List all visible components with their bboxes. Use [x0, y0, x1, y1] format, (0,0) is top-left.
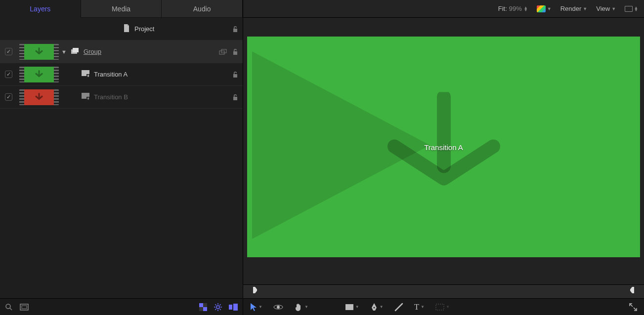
group-label: Group [84, 48, 101, 55]
in-point-marker-icon[interactable] [252, 287, 258, 296]
svg-point-8 [6, 304, 10, 309]
tab-media[interactable]: Media [81, 0, 162, 18]
rectangle-tool[interactable]: ▼ [345, 304, 359, 311]
frame-icon[interactable] [20, 304, 29, 311]
checker-icon[interactable] [199, 303, 207, 311]
select-tool[interactable]: ▼ [250, 303, 262, 312]
layer-thumbnail[interactable] [19, 89, 59, 105]
placeholder-icon [81, 92, 90, 102]
arrow-down-icon [34, 69, 44, 79]
timeline-strip[interactable] [243, 284, 644, 298]
group-thumbnail[interactable] [19, 44, 59, 60]
chevron-down-icon: ▼ [258, 305, 262, 309]
svg-rect-29 [345, 304, 353, 310]
layers-list: Project ✓ ▼ [0, 18, 243, 298]
canvas[interactable]: Transition A [247, 37, 640, 257]
hand-tool[interactable]: ▼ [294, 303, 308, 312]
lock-icon[interactable] [232, 71, 239, 79]
svg-line-32 [630, 304, 633, 307]
stepper-icon[interactable]: ▲▼ [524, 6, 528, 11]
search-icon[interactable] [5, 303, 13, 311]
chevron-down-icon: ▼ [304, 305, 308, 309]
svg-line-20 [215, 304, 216, 305]
pen-tool[interactable]: ▼ [370, 303, 384, 312]
render-dropdown[interactable]: Render ▼ [560, 5, 588, 12]
svg-point-27 [277, 306, 280, 309]
svg-point-15 [216, 306, 219, 309]
chevron-down-icon: ▼ [380, 305, 384, 309]
layer-thumbnail[interactable] [19, 67, 59, 82]
view-dropdown[interactable]: View ▼ [596, 5, 616, 12]
mask-tool[interactable]: ▼ [435, 304, 450, 311]
arrow-down-icon [34, 46, 44, 57]
svg-rect-25 [233, 304, 238, 311]
brush-tool[interactable] [394, 303, 403, 312]
visibility-checkbox[interactable]: ✓ [5, 93, 12, 101]
chevron-down-icon: ▼ [355, 305, 359, 309]
svg-line-22 [215, 309, 216, 310]
svg-rect-13 [199, 303, 203, 307]
zoom-control[interactable]: Fit: 99% ▲▼ [498, 5, 528, 12]
sidebar-tabs: Layers Media Audio [0, 0, 243, 18]
out-point-marker-icon[interactable] [629, 287, 635, 296]
svg-line-33 [634, 308, 636, 310]
lock-icon[interactable] [232, 93, 239, 101]
chevron-down-icon: ▼ [421, 305, 425, 309]
canvas-toolbar: Fit: 99% ▲▼ ▼ Render ▼ View ▼ ▲▼ [243, 0, 644, 18]
chevron-down-icon: ▼ [547, 6, 552, 11]
layer-label: Transition B [94, 93, 128, 101]
disclosure-triangle-icon[interactable]: ▼ [61, 49, 67, 55]
view-label: View [596, 5, 610, 12]
fit-value: 99% [509, 5, 522, 12]
tab-layers[interactable]: Layers [0, 0, 81, 18]
color-swatch-icon [537, 5, 546, 12]
layout-dropdown[interactable]: ▲▼ [625, 6, 638, 12]
svg-rect-14 [203, 307, 207, 311]
project-label: Project [134, 25, 154, 33]
svg-rect-11 [22, 306, 27, 309]
canvas-area[interactable]: Transition A [243, 18, 644, 284]
svg-line-21 [220, 309, 221, 310]
canvas-overlay-text: Transition A [424, 143, 463, 151]
document-icon [123, 24, 130, 34]
visibility-checkbox[interactable]: ✓ [5, 71, 12, 78]
layer-row-transition-a[interactable]: ✓ Transition A [0, 63, 243, 86]
svg-line-9 [10, 308, 12, 310]
svg-rect-10 [20, 304, 28, 310]
chevron-down-icon: ▼ [611, 6, 616, 11]
layers-bottom-toolbar [0, 298, 243, 315]
stack-icon [71, 47, 80, 56]
layer-label: Transition A [94, 71, 128, 78]
text-tool-label: T [414, 302, 419, 312]
svg-rect-1 [73, 48, 79, 52]
fit-label: Fit: [498, 5, 507, 12]
chevron-down-icon: ▼ [583, 6, 587, 11]
expand-tool[interactable] [629, 303, 637, 311]
canvas-panel: Fit: 99% ▲▼ ▼ Render ▼ View ▼ ▲▼ [243, 0, 644, 315]
orbit-tool[interactable] [273, 302, 283, 312]
stepper-icon: ▲▼ [634, 6, 638, 11]
render-label: Render [560, 5, 582, 12]
rectangle-icon [625, 6, 633, 12]
lock-icon[interactable] [232, 25, 239, 33]
tools-toolbar: ▼ ▼ ▼ ▼ T ▼ ▼ [243, 298, 644, 315]
gear-icon[interactable] [214, 303, 222, 311]
svg-line-23 [220, 304, 221, 305]
color-channel-dropdown[interactable]: ▼ [537, 5, 552, 12]
project-row[interactable]: Project [0, 18, 243, 40]
tab-audio[interactable]: Audio [162, 0, 243, 18]
link-icon[interactable] [219, 48, 227, 55]
svg-rect-31 [436, 304, 444, 310]
lock-icon[interactable] [232, 48, 239, 56]
arrow-down-icon [34, 92, 44, 102]
layers-panel: Layers Media Audio Project ✓ [0, 0, 243, 315]
panels-icon[interactable] [229, 304, 238, 311]
visibility-checkbox[interactable]: ✓ [5, 48, 12, 55]
svg-point-30 [373, 307, 375, 308]
layer-row-transition-b[interactable]: ✓ Transition B [0, 86, 243, 109]
group-row[interactable]: ✓ ▼ Group [0, 40, 243, 63]
chevron-down-icon: ▼ [446, 305, 450, 309]
placeholder-icon [81, 70, 90, 79]
svg-rect-24 [229, 305, 232, 310]
text-tool[interactable]: T ▼ [414, 302, 425, 312]
